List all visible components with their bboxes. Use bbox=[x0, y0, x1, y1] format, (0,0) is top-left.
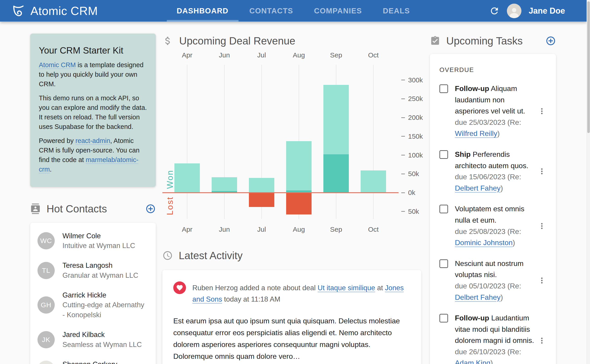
task-body: Voluptatem est omnis nulla et eum.due 25… bbox=[455, 203, 534, 248]
x-axis-label-top: Aug bbox=[293, 51, 305, 59]
middle-column: Upcoming Deal Revenue Won Lost 300k250k2… bbox=[162, 34, 421, 364]
user-avatar[interactable] bbox=[507, 4, 521, 18]
task-checkbox[interactable] bbox=[439, 150, 448, 159]
task-contact-link[interactable]: Delbert Fahey bbox=[455, 293, 501, 301]
task-checkbox[interactable] bbox=[439, 84, 448, 93]
tab-companies[interactable]: COMPANIES bbox=[304, 0, 372, 22]
contact-list-item[interactable]: JKJared KilbackSeamless at Wyman LLC bbox=[30, 325, 156, 354]
task-type: Follow-up bbox=[455, 314, 489, 322]
task-type: Follow-up bbox=[455, 84, 489, 93]
task-item: Follow-up Aliquam laudantium non asperio… bbox=[439, 83, 546, 139]
task-due: due 25/08/2023 (Re: Dominic Johnston) bbox=[455, 226, 534, 248]
scrollbar-track[interactable] bbox=[587, 0, 590, 364]
contact-list-item[interactable]: GHGarrick HickleCutting-edge at Abernath… bbox=[30, 285, 156, 325]
tasks-icon bbox=[430, 36, 440, 46]
more-options-icon[interactable] bbox=[537, 312, 546, 364]
task-contact-link[interactable]: Dominic Johnston bbox=[455, 239, 513, 247]
tab-deals[interactable]: DEALS bbox=[372, 0, 420, 22]
revenue-header: Upcoming Deal Revenue bbox=[162, 34, 421, 48]
task-contact-link[interactable]: Delbert Fahey bbox=[455, 184, 501, 192]
tasks-title: Upcoming Tasks bbox=[446, 35, 523, 47]
add-contact-icon[interactable] bbox=[145, 204, 156, 214]
contact-name: Garrick Hickle bbox=[62, 290, 148, 300]
right-column: Upcoming Tasks OVERDUEFollow-up Aliquam … bbox=[430, 34, 556, 364]
contact-detail: Granular at Wyman LLC bbox=[62, 271, 138, 280]
contact-text: Jared KilbackSeamless at Wyman LLC bbox=[62, 330, 142, 350]
activity-entries: Ruben Herzog added a note about deal Ut … bbox=[173, 281, 410, 364]
x-axis-label-top: Sep bbox=[330, 51, 342, 59]
atomic-crm-logo-icon bbox=[12, 4, 25, 18]
task-due: due 05/10/2023 (Re: Delbert Fahey) bbox=[455, 280, 534, 303]
y-axis-tick: 50k bbox=[401, 208, 419, 215]
activity-entry-header: Ruben Herzog added a note about deal Ut … bbox=[173, 281, 410, 305]
tick-label: 300k bbox=[408, 76, 423, 84]
starter-kit-title: Your CRM Starter Kit bbox=[39, 46, 147, 56]
hot-contacts-header: Hot Contacts bbox=[30, 202, 156, 216]
task-checkbox[interactable] bbox=[439, 259, 448, 268]
x-axis-label-top: Apr bbox=[182, 51, 192, 59]
more-options-icon[interactable] bbox=[537, 258, 546, 303]
starter-text: . bbox=[50, 166, 52, 173]
starter-text: Powered by bbox=[39, 137, 75, 144]
bar-lost-jul bbox=[249, 193, 274, 207]
task-checkbox[interactable] bbox=[439, 314, 448, 322]
bar-won-overlap-sep bbox=[323, 154, 349, 193]
activity-header-text: Ruben Herzog added a note about deal Ut … bbox=[192, 281, 410, 305]
y-axis-tick: 50k bbox=[401, 170, 419, 178]
task-text: Follow-up Laudantium vitae modi qui blan… bbox=[455, 312, 534, 346]
tick-dash bbox=[401, 174, 405, 174]
task-item: Follow-up Laudantium vitae modi qui blan… bbox=[439, 312, 546, 364]
add-task-icon[interactable] bbox=[545, 36, 556, 46]
task-checkbox[interactable] bbox=[439, 205, 448, 213]
contact-list-item[interactable]: WCWilmer ColeIntuitive at Wyman LLC bbox=[30, 226, 156, 256]
task-contact-link[interactable]: Wilfred Reilly bbox=[455, 129, 497, 137]
refresh-icon[interactable] bbox=[489, 6, 500, 16]
bar-won-apr bbox=[174, 163, 200, 193]
chart-gridline bbox=[373, 65, 374, 219]
nav-right: Jane Doe bbox=[489, 0, 565, 22]
hot-contacts-list: WCWilmer ColeIntuitive at Wyman LLCTLTer… bbox=[30, 223, 156, 364]
task-text: Ship Perferendis architecto autem quos. bbox=[455, 149, 534, 171]
y-axis-tick: 150k bbox=[401, 133, 423, 140]
starter-paragraph: This demo runs on a mock API, so you can… bbox=[39, 93, 147, 131]
task-contact-link[interactable]: Adam King bbox=[455, 359, 491, 364]
contact-name: Wilmer Cole bbox=[62, 231, 135, 241]
contact-text: Garrick HickleCutting-edge at Abernathy … bbox=[62, 290, 148, 320]
tasks-section-label: OVERDUE bbox=[439, 66, 546, 73]
activity-link[interactable]: Ut itaque similique bbox=[318, 284, 375, 292]
tick-label: 150k bbox=[408, 133, 423, 140]
clock-icon bbox=[162, 250, 173, 261]
revenue-title: Upcoming Deal Revenue bbox=[179, 35, 295, 47]
contact-list-item[interactable]: Shannon CorkeryB2B at Farrell LLC bbox=[30, 354, 156, 364]
y-axis-tick: 200k bbox=[401, 114, 423, 121]
starter-paragraph: Atomic CRM is a template designed to hel… bbox=[39, 60, 147, 89]
more-options-icon[interactable] bbox=[537, 83, 546, 139]
tick-dash bbox=[401, 155, 405, 156]
y-axis-tick: 0k bbox=[401, 189, 415, 196]
contact-photo-avatar bbox=[38, 361, 55, 364]
contact-list-item[interactable]: TLTeresa LangoshGranular at Wyman LLC bbox=[30, 255, 156, 285]
task-item: Nesciunt aut nostrum voluptas nisi.due 0… bbox=[439, 258, 546, 303]
tab-contacts[interactable]: CONTACTS bbox=[239, 0, 304, 22]
more-options-icon[interactable] bbox=[537, 149, 546, 194]
x-axis-label-bottom: Sep bbox=[330, 226, 342, 233]
x-axis-label-bottom: Jun bbox=[219, 226, 230, 233]
task-text: Voluptatem est omnis nulla et eum. bbox=[455, 203, 534, 226]
tab-dashboard[interactable]: DASHBOARD bbox=[166, 0, 239, 22]
contact-initials-avatar: GH bbox=[38, 296, 55, 314]
tasks-content: OVERDUEFollow-up Aliquam laudantium non … bbox=[439, 66, 546, 364]
brand: Atomic CRM bbox=[12, 0, 98, 22]
x-axis-label-bottom: Aug bbox=[293, 226, 305, 233]
bar-lost-aug bbox=[286, 193, 312, 214]
task-text: Follow-up Aliquam laudantium non asperio… bbox=[455, 83, 534, 117]
tasks-header: Upcoming Tasks bbox=[430, 34, 556, 48]
task-due: due 15/06/2023 (Re: Delbert Fahey) bbox=[455, 171, 534, 194]
user-name: Jane Doe bbox=[529, 6, 565, 16]
starter-link[interactable]: react-admin bbox=[75, 137, 110, 144]
starter-link[interactable]: Atomic CRM bbox=[39, 61, 76, 69]
more-options-icon[interactable] bbox=[537, 203, 546, 248]
contact-detail: Seamless at Wyman LLC bbox=[62, 340, 142, 350]
tick-dash bbox=[401, 192, 405, 193]
scrollbar-thumb[interactable] bbox=[587, 1, 590, 133]
brand-title: Atomic CRM bbox=[30, 4, 98, 18]
